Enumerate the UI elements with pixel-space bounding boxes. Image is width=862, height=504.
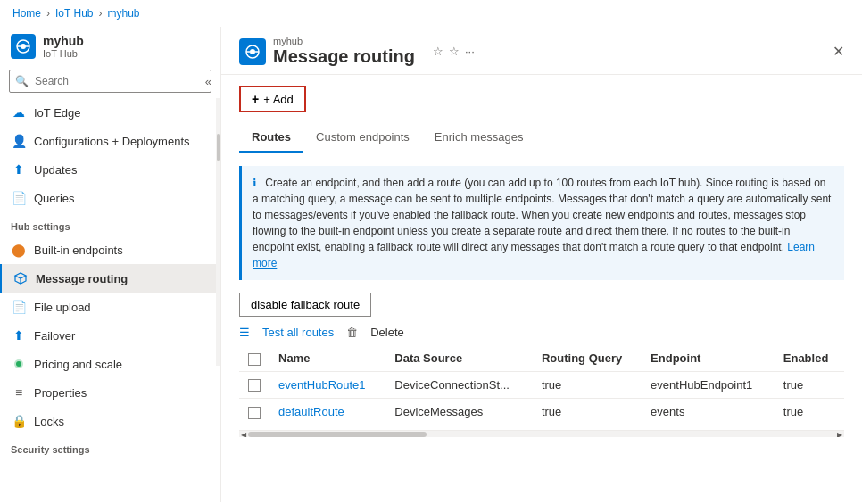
svg-point-1: [21, 44, 26, 49]
file-upload-icon: 📄: [11, 299, 27, 315]
sidebar-item-pricing-scale[interactable]: Pricing and scale: [0, 350, 220, 378]
sidebar-item-iot-edge[interactable]: ☁ IoT Edge: [0, 98, 220, 127]
svg-point-5: [16, 361, 21, 367]
star2-icon[interactable]: ☆: [449, 45, 460, 58]
table-row: eventHubRoute1 DeviceConnectionSt... tru…: [239, 371, 844, 399]
updates-icon: ⬆: [11, 161, 27, 178]
hub-sub: IoT Hub: [43, 48, 84, 59]
header-icons: ☆ ☆ ···: [433, 45, 475, 58]
info-icon: ℹ: [253, 177, 257, 189]
disable-fallback-route-button[interactable]: disable fallback route: [239, 293, 371, 317]
sidebar-item-iot-edge-label: IoT Edge: [34, 106, 81, 120]
close-button[interactable]: ✕: [833, 43, 844, 60]
page-title: Message routing: [273, 46, 415, 67]
sidebar-item-message-routing-label: Message routing: [36, 272, 128, 285]
main-content: myhub Message routing ☆ ☆ ··· ✕ + + Add: [221, 27, 862, 502]
pricing-scale-icon: [11, 356, 27, 372]
sidebar-item-message-routing[interactable]: Message routing: [0, 264, 220, 293]
message-routing-icon: [12, 270, 29, 286]
svg-point-7: [250, 49, 255, 54]
column-header-enabled: Enabled: [775, 346, 844, 371]
sidebar-item-failover-label: Failover: [34, 329, 75, 343]
row-name-1[interactable]: eventHubRoute1: [269, 371, 385, 399]
tab-custom-endpoints[interactable]: Custom endpoints: [303, 123, 422, 153]
sidebar-item-properties-label: Properties: [34, 386, 87, 400]
row-name-2[interactable]: defaultRoute: [269, 399, 385, 426]
sidebar: myhub IoT Hub 🔍 « ☁ IoT Edge 👤 Configura…: [0, 27, 221, 502]
delete-button[interactable]: Delete: [370, 326, 404, 339]
built-in-endpoints-icon: ⬤: [11, 242, 27, 258]
page-header: myhub Message routing ☆ ☆ ··· ✕: [221, 27, 862, 75]
hub-settings-section-label: Hub settings: [0, 212, 220, 235]
add-button-label: + Add: [263, 93, 294, 106]
sidebar-item-configurations-label: Configurations + Deployments: [34, 135, 190, 148]
breadcrumb-home[interactable]: Home: [12, 7, 41, 20]
table-row: defaultRoute DeviceMessages true events …: [239, 399, 844, 426]
row-routing-query-1: true: [533, 371, 642, 399]
breadcrumb-myhub[interactable]: myhub: [107, 7, 139, 20]
sidebar-item-configurations[interactable]: 👤 Configurations + Deployments: [0, 127, 220, 155]
sidebar-item-locks[interactable]: 🔒 Locks: [0, 407, 220, 435]
failover-icon: ⬆: [11, 327, 27, 343]
table-header-checkbox: [239, 346, 269, 371]
info-text: Create an endpoint, and then add a route…: [253, 177, 831, 253]
sidebar-hub-header: myhub IoT Hub: [0, 27, 220, 66]
hub-icon: [11, 34, 36, 59]
more-options-icon[interactable]: ···: [465, 45, 475, 58]
page-content-area: + + Add Routes Custom endpoints Enrich m…: [221, 75, 862, 502]
routes-table: Name Data Source Routing Query Endpoint …: [239, 346, 844, 426]
iot-edge-icon: ☁: [11, 104, 27, 120]
configurations-icon: 👤: [11, 133, 27, 149]
sidebar-item-file-upload-label: File upload: [34, 301, 91, 314]
queries-icon: 📄: [11, 190, 27, 206]
row-checkbox-1[interactable]: [248, 379, 261, 392]
search-input[interactable]: [9, 70, 211, 93]
sidebar-item-file-upload[interactable]: 📄 File upload: [0, 293, 220, 321]
row-enabled-1: true: [775, 371, 844, 399]
table-actions: ☰ Test all routes 🗑 Delete: [239, 326, 844, 339]
sidebar-item-updates-label: Updates: [34, 163, 77, 177]
breadcrumb: Home › IoT Hub › myhub: [0, 0, 862, 27]
sidebar-item-locks-label: Locks: [34, 415, 64, 428]
collapse-sidebar-button[interactable]: «: [205, 75, 211, 88]
tabs-container: Routes Custom endpoints Enrich messages: [239, 123, 844, 153]
row-endpoint-1: eventHubEndpoint1: [642, 371, 775, 399]
sidebar-item-queries-label: Queries: [34, 192, 75, 205]
add-route-button[interactable]: + + Add: [239, 86, 306, 112]
column-header-endpoint: Endpoint: [642, 346, 775, 371]
test-all-routes-button[interactable]: Test all routes: [262, 326, 334, 339]
row-routing-query-2: true: [533, 399, 642, 426]
column-header-data-source: Data Source: [385, 346, 533, 371]
search-icon: 🔍: [15, 75, 29, 87]
hub-name: myhub: [43, 34, 84, 48]
sidebar-item-properties[interactable]: ≡ Properties: [0, 378, 220, 407]
star1-icon[interactable]: ☆: [433, 45, 443, 58]
security-settings-section-label: Security settings: [0, 435, 220, 459]
page-header-hub-name: myhub: [273, 36, 415, 46]
scrollbar-thumb[interactable]: [248, 432, 427, 437]
breadcrumb-iothub[interactable]: IoT Hub: [55, 7, 93, 20]
sidebar-item-built-in-endpoints[interactable]: ⬤ Built-in endpoints: [0, 235, 220, 264]
sidebar-item-pricing-scale-label: Pricing and scale: [34, 358, 122, 371]
row-enabled-2: true: [775, 399, 844, 426]
add-icon: +: [252, 92, 259, 106]
properties-icon: ≡: [11, 384, 27, 401]
delete-icon: 🗑: [346, 326, 358, 339]
horizontal-scrollbar[interactable]: ◀ ▶: [239, 430, 844, 437]
info-box: ℹ Create an endpoint, and then add a rou…: [239, 166, 844, 280]
sidebar-item-failover[interactable]: ⬆ Failover: [0, 321, 220, 350]
sidebar-item-built-in-endpoints-label: Built-in endpoints: [34, 244, 123, 257]
test-routes-icon: ☰: [239, 326, 250, 339]
sidebar-item-queries[interactable]: 📄 Queries: [0, 184, 220, 212]
column-header-routing-query: Routing Query: [533, 346, 642, 371]
select-all-checkbox[interactable]: [248, 353, 261, 366]
tab-enrich-messages[interactable]: Enrich messages: [422, 123, 536, 153]
search-container: 🔍 «: [9, 70, 211, 93]
column-header-name: Name: [269, 346, 385, 371]
row-data-source-1: DeviceConnectionSt...: [385, 371, 533, 399]
locks-icon: 🔒: [11, 413, 27, 429]
sidebar-item-updates[interactable]: ⬆ Updates: [0, 155, 220, 184]
row-checkbox-2[interactable]: [248, 407, 261, 419]
tab-routes[interactable]: Routes: [239, 123, 303, 153]
row-endpoint-2: events: [642, 399, 775, 426]
